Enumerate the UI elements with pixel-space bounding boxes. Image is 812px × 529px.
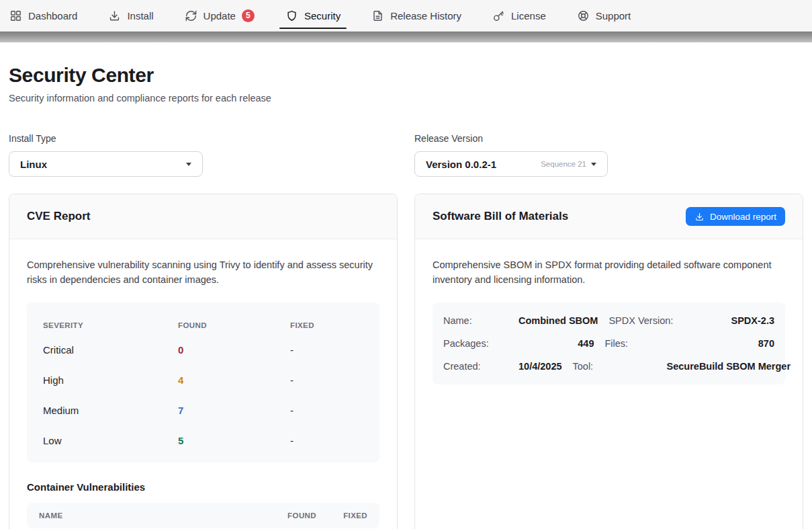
severity-name: Critical bbox=[43, 344, 178, 356]
nav-item-release-history[interactable]: Release History bbox=[371, 0, 461, 31]
nav-item-install[interactable]: Install bbox=[108, 0, 153, 31]
nav-label-security: Security bbox=[304, 10, 341, 22]
nav-label-license: License bbox=[511, 10, 546, 22]
security-shield-icon bbox=[285, 9, 298, 22]
sbom-created-value: 10/4/2025 bbox=[518, 361, 562, 372]
cve-report-card: CVE Report Comprehensive vulnerability s… bbox=[9, 194, 398, 529]
severity-table-header: SEVERITY FOUND FIXED bbox=[43, 311, 363, 335]
sbom-body: Comprehensive SBOM in SPDX format provid… bbox=[415, 239, 803, 403]
container-vulnerabilities-title: Container Vulnerabilities bbox=[27, 481, 379, 493]
severity-found-count: 7 bbox=[178, 405, 290, 416]
sbom-spdx-version-value: SPDX-2.3 bbox=[703, 315, 774, 326]
nav-label-support: Support bbox=[596, 10, 631, 22]
sbom-tool-value: SecureBuild SBOM Merger bbox=[667, 361, 791, 372]
release-history-icon bbox=[371, 9, 384, 22]
update-count-badge: 5 bbox=[242, 9, 255, 22]
fixed-col-header: FIXED bbox=[335, 512, 367, 520]
download-report-button[interactable]: Download report bbox=[686, 207, 785, 226]
cve-report-header: CVE Report bbox=[9, 194, 397, 239]
nav-item-license[interactable]: License bbox=[492, 0, 546, 31]
nav-label-dashboard: Dashboard bbox=[28, 10, 77, 22]
severity-name: High bbox=[43, 374, 178, 386]
update-icon bbox=[185, 9, 197, 22]
cards-row: CVE Report Comprehensive vulnerability s… bbox=[9, 194, 803, 529]
container-vulnerabilities-table-header: NAME FOUND FIXED bbox=[27, 503, 379, 528]
sbom-name-label: Name: bbox=[443, 315, 508, 326]
severity-fixed-count: - bbox=[290, 374, 363, 386]
install-type-select[interactable]: Linux bbox=[9, 151, 203, 177]
severity-found-count: 5 bbox=[178, 435, 290, 446]
scroll-shadow-band bbox=[0, 32, 812, 42]
sbom-packages-label: Packages: bbox=[443, 338, 508, 349]
release-version-label: Release Version bbox=[414, 133, 803, 144]
fixed-col-header: FIXED bbox=[290, 315, 363, 333]
table-row: Low 5 - bbox=[43, 425, 363, 456]
severity-col-header: SEVERITY bbox=[43, 315, 178, 333]
nav-item-dashboard[interactable]: Dashboard bbox=[9, 0, 77, 31]
sbom-packages-value: 449 bbox=[518, 338, 594, 349]
cve-report-title: CVE Report bbox=[27, 210, 90, 223]
sbom-title: Software Bill of Materials bbox=[433, 210, 568, 223]
sbom-card: Software Bill of Materials Download repo… bbox=[414, 194, 803, 529]
found-col-header: FOUND bbox=[275, 512, 316, 520]
nav-label-install: Install bbox=[127, 10, 153, 22]
install-type-filter: Install Type Linux bbox=[9, 133, 398, 177]
sbom-files-label: Files: bbox=[605, 338, 688, 349]
chevron-down-icon bbox=[591, 163, 596, 166]
sbom-tool-label: Tool: bbox=[573, 361, 656, 372]
sequence-label: Sequence 21 bbox=[541, 160, 586, 168]
severity-table: SEVERITY FOUND FIXED Critical 0 - High 4… bbox=[27, 302, 379, 462]
license-key-icon bbox=[492, 9, 505, 22]
severity-fixed-count: - bbox=[290, 405, 363, 416]
download-report-label: Download report bbox=[710, 212, 776, 222]
severity-found-count: 0 bbox=[178, 344, 290, 356]
release-version-value: Version 0.0.2-1 bbox=[426, 159, 496, 170]
nav-label-update: Update bbox=[204, 10, 236, 22]
sbom-description: Comprehensive SBOM in SPDX format provid… bbox=[433, 258, 785, 287]
install-icon bbox=[108, 9, 121, 22]
table-row: Medium 7 - bbox=[43, 395, 363, 425]
cve-report-body: Comprehensive vulnerability scanning usi… bbox=[9, 239, 397, 529]
sbom-files-value: 870 bbox=[699, 338, 775, 349]
table-row: High 4 - bbox=[43, 365, 363, 395]
install-type-value: Linux bbox=[20, 159, 47, 170]
install-type-label: Install Type bbox=[9, 133, 398, 144]
severity-name: Low bbox=[43, 435, 178, 446]
nav-label-release-history: Release History bbox=[390, 10, 461, 22]
nav-item-update[interactable]: Update 5 bbox=[185, 0, 255, 31]
chevron-down-icon bbox=[186, 163, 191, 166]
support-lifebuoy-icon bbox=[577, 9, 590, 22]
severity-fixed-count: - bbox=[290, 435, 363, 446]
severity-fixed-count: - bbox=[290, 344, 363, 356]
page-subtitle: Security information and compliance repo… bbox=[9, 93, 803, 104]
sbom-created-label: Created: bbox=[443, 361, 508, 372]
release-version-filter: Release Version Version 0.0.2-1 Sequence… bbox=[414, 133, 803, 177]
filters-row: Install Type Linux Release Version Versi… bbox=[9, 133, 803, 177]
sbom-name-value: Combined SBOM bbox=[518, 315, 598, 326]
dashboard-icon bbox=[9, 9, 22, 22]
main-content: Security Center Security information and… bbox=[0, 64, 812, 529]
download-icon bbox=[694, 212, 705, 222]
sbom-details-grid: Name: Combined SBOM SPDX Version: SPDX-2… bbox=[433, 302, 785, 384]
table-row: Name: Combined SBOM SPDX Version: SPDX-2… bbox=[443, 309, 774, 332]
severity-name: Medium bbox=[43, 405, 178, 416]
page-title: Security Center bbox=[9, 64, 803, 87]
sbom-spdx-version-label: SPDX Version: bbox=[608, 315, 692, 326]
table-row: Packages: 449 Files: 870 bbox=[443, 332, 774, 355]
found-col-header: FOUND bbox=[178, 315, 290, 333]
sbom-header: Software Bill of Materials Download repo… bbox=[415, 194, 803, 239]
table-row: Critical 0 - bbox=[43, 335, 363, 365]
cve-report-description: Comprehensive vulnerability scanning usi… bbox=[27, 258, 379, 287]
name-col-header: NAME bbox=[39, 512, 256, 520]
severity-found-count: 4 bbox=[178, 374, 290, 386]
nav-item-security[interactable]: Security bbox=[285, 0, 341, 31]
table-row: Created: 10/4/2025 Tool: SecureBuild SBO… bbox=[443, 355, 774, 378]
nav-item-support[interactable]: Support bbox=[577, 0, 631, 31]
release-version-select[interactable]: Version 0.0.2-1 Sequence 21 bbox=[414, 151, 608, 177]
top-nav: Dashboard Install Update 5 Security Rele… bbox=[0, 0, 812, 32]
